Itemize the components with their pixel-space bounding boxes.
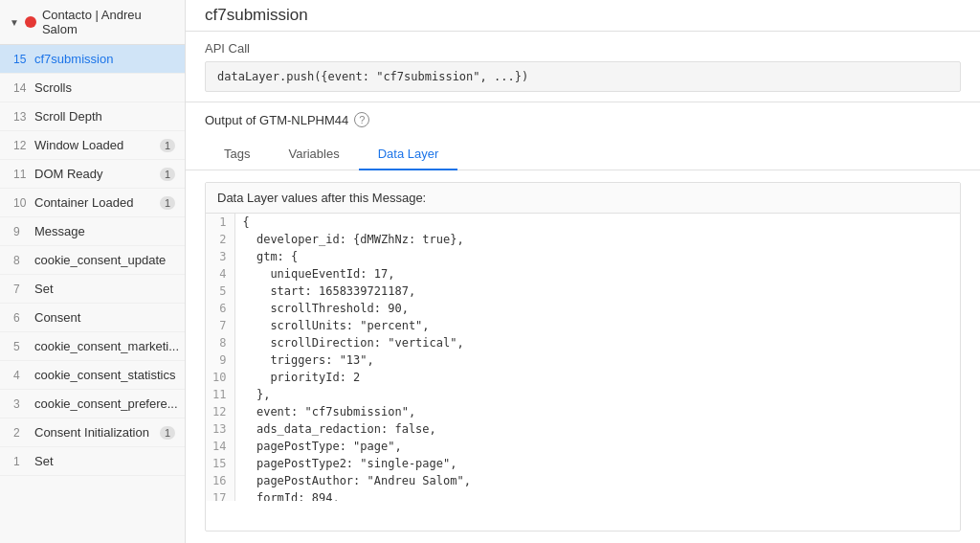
sidebar-item-label: cookie_consent_statistics (34, 368, 175, 382)
line-number: 2 (206, 231, 234, 248)
sidebar-items-list: 15cf7submission14Scrolls13Scroll Depth12… (0, 45, 185, 476)
sidebar-item-num: 14 (13, 81, 29, 95)
sidebar-item-badge: 1 (160, 139, 175, 152)
sidebar-item-badge: 1 (160, 196, 175, 210)
output-label-text: Output of GTM-NLPHM44 (205, 113, 348, 127)
code-line-2: 2 developer_id: {dMWZhNz: true}, (206, 231, 960, 248)
sidebar-item-consent-initialization[interactable]: 2Consent Initialization1 (0, 419, 185, 447)
line-number: 16 (206, 472, 234, 489)
info-icon[interactable]: ? (354, 112, 369, 127)
line-code: { (234, 214, 960, 231)
line-number: 3 (206, 248, 234, 265)
sidebar-item-cookie_consent_prefere...[interactable]: 3cookie_consent_prefere... (0, 390, 185, 419)
line-number: 10 (206, 369, 234, 386)
sidebar-item-label: Consent Initialization (34, 425, 149, 440)
sidebar-item-cookie_consent_statistics[interactable]: 4cookie_consent_statistics (0, 361, 185, 390)
sidebar-item-label: cookie_consent_marketi... (34, 339, 179, 353)
line-code: scrollUnits: "percent", (234, 317, 960, 334)
sidebar-item-num: 3 (13, 397, 29, 411)
sidebar-item-label: Consent (34, 310, 80, 325)
api-call-section: API Call dataLayer.push({event: "cf7subm… (186, 32, 980, 102)
line-code: ads_data_redaction: false, (234, 420, 960, 438)
line-code: developer_id: {dMWZhNz: true}, (234, 231, 960, 248)
line-code: uniqueEventId: 17, (234, 265, 960, 283)
sidebar-item-container-loaded[interactable]: 10Container Loaded1 (0, 189, 185, 217)
line-code: scrollDirection: "vertical", (234, 334, 960, 351)
code-line-9: 9 triggers: "13", (206, 351, 960, 369)
sidebar-item-label: Window Loaded (34, 138, 123, 152)
sidebar-item-cookie_consent_update[interactable]: 8cookie_consent_update (0, 246, 185, 275)
code-line-15: 15 pagePostType2: "single-page", (206, 455, 960, 472)
sidebar-item-num: 8 (13, 254, 29, 267)
code-line-1: 1{ (206, 214, 960, 231)
sidebar-item-message[interactable]: 9Message (0, 217, 185, 246)
sidebar-item-label: Container Loaded (34, 195, 133, 210)
sidebar-item-cf7submission[interactable]: 15cf7submission (0, 45, 185, 74)
sidebar-item-scrolls[interactable]: 14Scrolls (0, 74, 185, 102)
code-line-16: 16 pagePostAuthor: "Andreu Salom", (206, 472, 960, 489)
sidebar-item-label: cf7submission (34, 52, 113, 66)
line-code: scrollThreshold: 90, (234, 300, 960, 317)
line-code: gtm: { (234, 248, 960, 265)
line-number: 13 (206, 420, 234, 438)
tabs-bar: TagsVariablesData Layer (186, 139, 980, 170)
line-number: 12 (206, 403, 234, 420)
sidebar-item-label: cookie_consent_update (34, 253, 166, 267)
sidebar-item-scroll-depth[interactable]: 13Scroll Depth (0, 102, 185, 131)
line-code: triggers: "13", (234, 351, 960, 369)
sidebar-item-consent[interactable]: 6Consent (0, 304, 185, 332)
code-line-11: 11 }, (206, 386, 960, 403)
api-call-code: dataLayer.push({event: "cf7submission", … (205, 61, 961, 92)
sidebar-item-num: 11 (13, 168, 29, 181)
sidebar: ▼ Contacto | Andreu Salom 15cf7submissio… (0, 0, 186, 543)
code-line-3: 3 gtm: { (206, 248, 960, 265)
line-code: priorityId: 2 (234, 369, 960, 386)
code-line-4: 4 uniqueEventId: 17, (206, 265, 960, 283)
line-code: pagePostType2: "single-page", (234, 455, 960, 472)
sidebar-header[interactable]: ▼ Contacto | Andreu Salom (0, 0, 185, 45)
sidebar-item-cookie_consent_marketi...[interactable]: 5cookie_consent_marketi... (0, 332, 185, 361)
sidebar-item-num: 2 (13, 426, 29, 440)
sidebar-item-num: 5 (13, 340, 29, 353)
sidebar-item-label: cookie_consent_prefere... (34, 396, 178, 411)
sidebar-item-label: Set (34, 282, 54, 296)
sidebar-item-num: 10 (13, 196, 29, 210)
tab-variables[interactable]: Variables (269, 139, 358, 170)
sidebar-item-label: Scrolls (34, 80, 72, 95)
sidebar-item-num: 7 (13, 283, 29, 296)
tab-data-layer[interactable]: Data Layer (359, 139, 458, 170)
sidebar-item-label: DOM Ready (34, 167, 103, 181)
sidebar-item-num: 13 (13, 110, 29, 124)
data-layer-panel: Data Layer values after this Message: 1{… (205, 182, 961, 532)
sidebar-item-set[interactable]: 7Set (0, 275, 185, 304)
code-container[interactable]: 1{2 developer_id: {dMWZhNz: true},3 gtm:… (206, 214, 960, 501)
line-code: formId: 894, (234, 489, 960, 501)
chevron-icon: ▼ (10, 17, 19, 28)
sidebar-item-set[interactable]: 1Set (0, 447, 185, 476)
line-code: start: 1658339721187, (234, 283, 960, 300)
code-line-14: 14 pagePostType: "page", (206, 438, 960, 455)
line-number: 11 (206, 386, 234, 403)
code-line-13: 13 ads_data_redaction: false, (206, 420, 960, 438)
code-line-7: 7 scrollUnits: "percent", (206, 317, 960, 334)
output-section: Output of GTM-NLPHM44 ? (186, 102, 980, 139)
line-number: 17 (206, 489, 234, 501)
sidebar-item-num: 9 (13, 225, 29, 238)
sidebar-item-dom-ready[interactable]: 11DOM Ready1 (0, 160, 185, 189)
sidebar-item-badge: 1 (160, 426, 175, 440)
code-line-5: 5 start: 1658339721187, (206, 283, 960, 300)
sidebar-item-num: 6 (13, 311, 29, 325)
output-label: Output of GTM-NLPHM44 ? (205, 112, 961, 127)
code-table: 1{2 developer_id: {dMWZhNz: true},3 gtm:… (206, 214, 960, 501)
sidebar-item-window-loaded[interactable]: 12Window Loaded1 (0, 131, 185, 160)
code-line-12: 12 event: "cf7submission", (206, 403, 960, 420)
sidebar-item-label: Message (34, 224, 85, 238)
tab-tags[interactable]: Tags (205, 139, 269, 170)
line-number: 4 (206, 265, 234, 283)
sidebar-item-label: Set (34, 454, 54, 468)
sidebar-item-badge: 1 (160, 168, 175, 181)
line-number: 9 (206, 351, 234, 369)
code-line-8: 8 scrollDirection: "vertical", (206, 334, 960, 351)
code-line-17: 17 formId: 894, (206, 489, 960, 501)
sidebar-header-label: Contacto | Andreu Salom (42, 8, 175, 36)
